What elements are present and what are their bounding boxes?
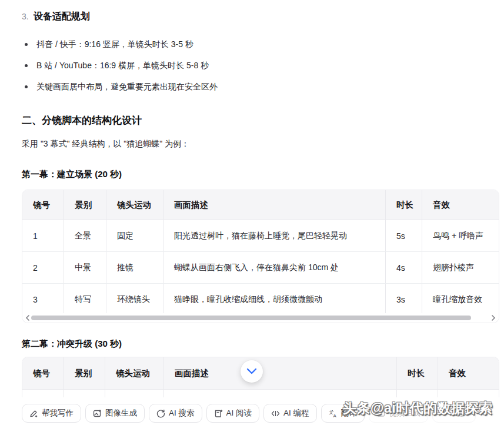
table-row: 2 中景 推镜 蝴蝶从画面右侧飞入，停在猫鼻尖前 10cm 处 4s 翅膀扑棱声 xyxy=(22,252,499,284)
cell-duration: 4s xyxy=(386,252,422,283)
code-icon xyxy=(271,409,280,418)
cell-camera-move: 推镜 xyxy=(106,252,163,283)
cell-sfx: 瞳孔缩放音效 xyxy=(422,284,499,315)
col-header-shot-type: 景别 xyxy=(64,357,105,389)
table-row: 3 特写 环绕镜头 猫睁眼，瞳孔收缩成细线，胡须微微颤动 3s 瞳孔缩放音效 xyxy=(22,284,499,316)
table1-horizontal-scrollbar xyxy=(22,313,499,323)
act2-heading: 第二幕：冲突升级 (30 秒) xyxy=(22,338,122,350)
col-header-shot-type: 景别 xyxy=(64,190,106,220)
pen-sparkle-icon xyxy=(29,409,38,418)
scroll-right-icon[interactable] xyxy=(490,314,497,321)
col-header-shot: 镜号 xyxy=(22,190,64,220)
table1-header-row: 镜号 景别 镜头运动 画面描述 时长 音效 xyxy=(22,190,499,220)
list-number: 3. xyxy=(22,12,29,21)
col-header-duration: 时长 xyxy=(386,190,422,220)
table-row-partial xyxy=(22,390,499,397)
chevron-down-icon xyxy=(246,368,257,375)
cell-duration: 5s xyxy=(386,220,422,251)
col-header-description: 画面描述 xyxy=(163,190,386,220)
col-header-description: 画面描述 xyxy=(164,357,397,389)
translate-icon: 文A xyxy=(329,409,338,418)
button-label: AI 搜索 xyxy=(169,408,195,419)
table-row: 1 全景 固定 阳光透过树叶，猫在藤椅上睡觉，尾巴轻轻晃动 5s 鸟鸣 + 呼噜… xyxy=(22,220,499,252)
numbered-heading: 3.设备适配规划 xyxy=(22,11,90,23)
search-refresh-icon xyxy=(156,409,165,418)
col-header-camera-move: 镜头运动 xyxy=(106,190,163,220)
numbered-heading-title: 设备适配规划 xyxy=(34,11,90,21)
bullet-item: B 站 / YouTube：16:9 横屏，单镜头时长 5-8 秒 xyxy=(36,61,209,71)
scrollbar-thumb[interactable] xyxy=(31,316,471,320)
cell-camera-move: 固定 xyxy=(106,220,163,251)
scroll-left-icon[interactable] xyxy=(24,314,31,321)
cell-shot-type: 全景 xyxy=(64,220,106,251)
cell-shot-type: 特写 xyxy=(64,284,106,315)
col-header-camera-move: 镜头运动 xyxy=(105,357,164,389)
cell-camera-move: 环绕镜头 xyxy=(106,284,163,315)
cell-shot: 1 xyxy=(22,220,64,251)
ai-search-button[interactable]: AI 搜索 xyxy=(149,404,202,423)
ai-coding-button[interactable]: AI 编程 xyxy=(263,404,317,423)
expand-content-button[interactable] xyxy=(241,360,263,383)
image-plus-icon xyxy=(93,409,102,418)
cell-shot: 3 xyxy=(22,284,64,315)
ai-reading-button[interactable]: AI 阅读 xyxy=(206,404,260,423)
cell-shot-type: 中景 xyxy=(64,252,106,283)
button-label: 帮我写作 xyxy=(42,408,74,419)
cell-description: 蝴蝶从画面右侧飞入，停在猫鼻尖前 10cm 处 xyxy=(163,252,386,283)
storyboard-table-act1: 镜号 景别 镜头运动 画面描述 时长 音效 1 全景 固定 阳光透过树叶，猫在藤… xyxy=(22,190,499,323)
cell-sfx: 翅膀扑棱声 xyxy=(422,252,499,283)
image-generate-button[interactable]: 图像生成 xyxy=(85,404,145,423)
section-heading: 二、分镜脚本的结构化设计 xyxy=(22,114,142,127)
bullet-item: 关键画面居中布局，避免重要元素出现在安全区外 xyxy=(36,82,218,92)
intro-paragraph: 采用 "3 幕式" 经典结构，以 "猫追蝴蝶" 为例： xyxy=(22,139,189,150)
button-label: 图像生成 xyxy=(105,408,137,419)
col-header-duration: 时长 xyxy=(397,357,438,389)
book-plus-icon xyxy=(214,409,223,418)
col-header-shot: 镜号 xyxy=(22,357,64,389)
cell-sfx: 鸟鸣 + 呼噜声 xyxy=(422,220,499,251)
watermark-text: 头条@ai时代的数据探索 xyxy=(343,399,493,417)
cell-description: 猫睁眼，瞳孔收缩成细线，胡须微微颤动 xyxy=(163,284,386,315)
svg-text:A: A xyxy=(333,413,336,418)
cell-description: 阳光透过树叶，猫在藤椅上睡觉，尾巴轻轻晃动 xyxy=(163,220,386,251)
chat-message-page: 3.设备适配规划 抖音 / 快手：9:16 竖屏，单镜头时长 3-5 秒 B 站… xyxy=(0,0,504,425)
help-me-write-button[interactable]: 帮我写作 xyxy=(22,404,81,423)
button-label: AI 阅读 xyxy=(226,408,252,419)
col-header-sfx: 音效 xyxy=(438,357,499,389)
button-label: AI 编程 xyxy=(283,408,309,419)
act1-heading: 第一幕：建立场景 (20 秒) xyxy=(22,169,122,180)
col-header-sfx: 音效 xyxy=(422,190,499,220)
cell-duration: 3s xyxy=(386,284,422,315)
bullet-item: 抖音 / 快手：9:16 竖屏，单镜头时长 3-5 秒 xyxy=(36,39,193,50)
cell-shot: 2 xyxy=(22,252,64,283)
